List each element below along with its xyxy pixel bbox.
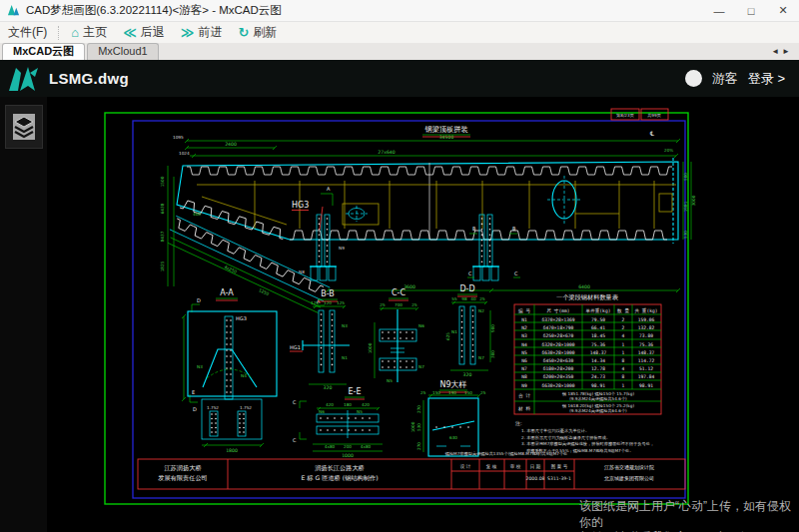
dim-label: 270 [416,442,421,450]
cut-mark: B [472,226,476,232]
col-header: 编 号 [518,308,530,313]
copyright-disclaimer: 该图纸是网上用户“心动”上传，如有侵权你的 权益，请联系我们客服及时删除。 [579,499,793,532]
svg-text:73.80: 73.80 [639,333,653,338]
dim-label: 25 [480,390,486,395]
cut-mark: E [192,389,195,395]
dim-label: 27x640 [378,150,395,155]
home-button[interactable]: ⌂主页 [63,22,115,43]
login-link[interactable]: 登录 > [748,70,785,88]
layers-button[interactable] [5,105,43,149]
back-button[interactable]: ≪后退 [115,22,173,43]
dim-label: 1000 [368,342,373,353]
part-label: HG3 [236,315,247,321]
svg-text:δ200×20×350: δ200×20×350 [543,374,574,379]
svg-text:159.06: 159.06 [638,317,655,322]
date-value: 2000.08 [526,476,545,481]
svg-text:B-B: B-B [321,289,335,298]
drawing-canvas[interactable]: 第8/23页 共99页 ℄ 钢梁顶板拼装 4x250 1250 [47,97,799,532]
svg-text:N3: N3 [521,333,527,338]
dim-label: 420 [362,402,370,407]
svg-text:75.36: 75.36 [639,342,653,347]
dim-label: 190 [448,390,456,395]
dim-label: 1825 [160,261,165,271]
window-title: CAD梦想画图(6.3.20221114)<游客> - MxCAD云图 [26,3,282,18]
forward-icon: ≫ [181,26,195,39]
svg-text:114.72: 114.72 [638,358,655,363]
refresh-button[interactable]: ↻刷新 [230,22,285,43]
layers-icon [11,112,37,142]
minimize-button[interactable]: — [703,0,735,21]
maximize-button[interactable]: □ [735,0,767,21]
svg-text:A-A: A-A [220,288,234,297]
svg-text:N7: N7 [521,366,527,371]
dim-label: 320 [463,372,472,377]
svg-text:材 料: 材 料 [517,406,530,412]
dim-label: 500 [683,173,688,181]
dim-label: 8437 [160,231,165,242]
dim-label: 1.752 [240,405,252,410]
cut-mark: C [514,270,518,276]
dim-label: 25 [420,390,426,395]
svg-text:δ450×20×630: δ450×20×630 [543,358,574,363]
dim-label: 40 [470,296,476,301]
dim-label: 1800 [226,448,238,453]
svg-text:2: 2 [622,317,625,322]
user-avatar[interactable] [685,70,702,87]
svg-text:1: 1 [622,350,625,355]
table-row: N8δ200×20×35024.738197.84 [521,374,654,379]
svg-text:D-D: D-D [459,284,474,293]
back-icon: ≪ [123,26,137,39]
dim-label: 530 [416,423,421,431]
dim-label: 1000 [410,421,415,432]
drawing-notes: 注: 1. 本图尺寸单位均以毫米为单位计。 2. 本图所示尺寸均为钢板边缘净尺寸… [515,420,654,454]
mxcad-logo-icon [8,65,40,92]
dim-label: 300 [490,350,495,358]
tab-bar: MxCAD云图 MxCloud1 ◄► [0,43,799,60]
svg-text:(9.9米M24高强螺栓共64.6个): (9.9米M24高强螺栓共64.6个) [569,408,627,413]
layout-page-tags[interactable]: 第8/23页 共99页 [611,109,668,120]
dim-label: 4x80 [361,444,372,449]
splice-stub [310,215,337,280]
note-line: 1. 本图尺寸单位均以毫米为单位计。 [521,428,589,433]
owner-org: 江苏润扬大桥 [164,464,201,472]
field-label: 审 校 [510,464,521,469]
part-label: N8 [299,269,305,274]
svg-text:98.91: 98.91 [591,383,605,388]
dim-label: 125 [311,300,319,305]
file-menu[interactable]: 文件(F) [0,22,55,43]
table-title: 一个梁段钢材料数量表 [556,293,619,301]
note-line: 2. 本图所示尺寸均为钢板边缘净尺寸拼装而成。 [521,435,610,440]
tab-scroll-arrows[interactable]: ◄► [771,47,793,56]
section-cc: C-C 25 700 25 N6 N5 N7 1000 [368,288,424,383]
cut-mark: C [293,437,297,443]
part-label: N1 [451,329,457,334]
part-label: N2 [478,308,484,313]
dim-label: 4x80 [325,444,336,449]
dim-label: 180 [344,402,352,407]
close-button[interactable]: ✕ [767,0,799,21]
part-label: N1 [342,355,348,360]
left-sidebar [0,97,47,532]
dim-label: 6438 [160,203,165,214]
part-label: N6 [418,323,424,328]
dim-label: 1000 [342,453,354,458]
dim-label: 3000 [691,195,696,206]
svg-text:钢梁顶板拼装: 钢梁顶板拼装 [423,125,467,134]
tab-mxcad[interactable]: MxCAD云图 [2,43,85,60]
tab-mxcloud1[interactable]: MxCloud1 [87,43,159,60]
svg-text:4: 4 [622,366,625,371]
forward-button[interactable]: ≫前进 [173,22,231,43]
part-label: N7 [478,355,484,360]
dim-label: 55 [451,296,457,301]
dim-label: 1095 [173,135,184,140]
svg-text:δ250×28×670: δ250×28×670 [543,333,574,338]
dim-label: 25 [411,302,417,307]
part-label: N7 [418,364,424,369]
svg-text:δ180×28×200: δ180×28×200 [543,366,574,371]
section-n9-detail: N9大样 150 190 150 25 25 630 270 530 270 1… [410,380,486,456]
app-header: LSMG.dwg 游客 登录 > [0,60,799,97]
table-row: N3δ250×28×67018.45473.80 [521,333,653,338]
dim-label: 34500 [439,135,454,140]
part-label: HG1 [290,344,301,350]
field-label: 复 核 [486,464,497,470]
